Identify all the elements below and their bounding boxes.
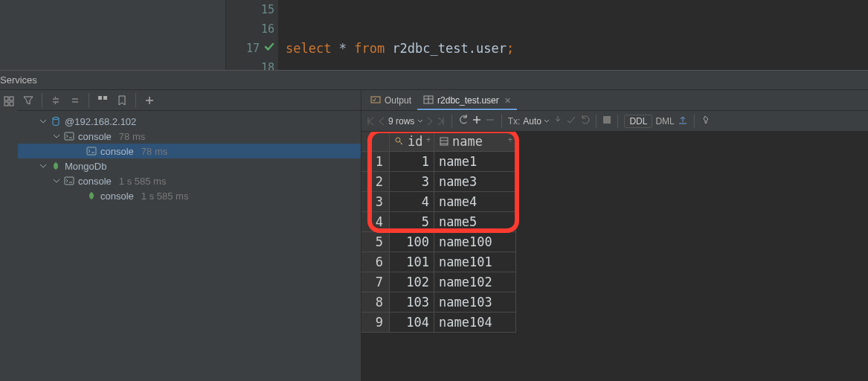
tx-auto-dropdown[interactable]: Auto (523, 116, 550, 127)
svg-rect-2 (4, 102, 8, 106)
tree-row[interactable]: @192.168.2.102 (18, 114, 361, 129)
editor-left-gutter-space (0, 0, 226, 70)
tree-row[interactable]: console1 s 585 ms (18, 173, 361, 188)
cell-id[interactable]: 102 (390, 272, 434, 292)
cell-name[interactable]: name1 (434, 152, 516, 172)
chevron-down-icon[interactable] (52, 176, 61, 187)
rollback-icon[interactable] (579, 115, 590, 127)
cell-name[interactable]: name4 (434, 192, 516, 212)
editor-code[interactable]: select * from r2dbc_test.user; (278, 0, 868, 70)
tree-row-label: console (78, 176, 112, 187)
row-number-header (361, 132, 390, 152)
bookmark-icon[interactable] (115, 93, 129, 108)
db-icon (51, 116, 62, 127)
svg-rect-6 (65, 132, 74, 140)
column-header-name[interactable]: name ÷ (434, 132, 516, 152)
cell-name[interactable]: name5 (434, 212, 516, 232)
dml-button[interactable]: DML (655, 116, 674, 127)
svg-rect-1 (10, 97, 13, 100)
tab-output[interactable]: Output (364, 92, 417, 110)
submit-icon[interactable] (566, 115, 576, 127)
ddl-button[interactable]: DDL (624, 115, 652, 128)
refresh-icon[interactable] (458, 115, 469, 127)
tree-row[interactable]: console78 ms (18, 144, 361, 159)
table-row[interactable]: 23name3 (361, 172, 516, 192)
svg-rect-4 (98, 96, 102, 100)
last-page-icon[interactable] (437, 117, 446, 126)
cell-id[interactable]: 3 (390, 172, 434, 192)
column-header-id[interactable]: id ÷ (390, 132, 434, 152)
svg-rect-8 (65, 177, 74, 185)
expand-all-icon[interactable] (48, 93, 63, 108)
row-number: 9 (361, 313, 390, 333)
row-number: 8 (361, 292, 390, 313)
cell-id[interactable]: 1 (390, 152, 434, 172)
row-number: 1 (361, 152, 390, 172)
add-row-icon[interactable] (472, 115, 482, 127)
add-icon[interactable] (142, 93, 157, 108)
rows-label[interactable]: 9 rows (388, 116, 423, 127)
prev-page-icon[interactable] (378, 117, 385, 126)
table-row[interactable]: 6101name101 (361, 252, 516, 272)
table-row[interactable]: 5100name100 (361, 232, 516, 252)
cell-name[interactable]: name100 (434, 232, 516, 252)
tree-row-time: 78 ms (119, 131, 145, 142)
commit-icon[interactable] (553, 115, 563, 127)
layout-icon[interactable] (4, 96, 14, 109)
chevron-down-icon[interactable] (39, 161, 48, 172)
cell-id[interactable]: 104 (390, 313, 434, 333)
table-row[interactable]: 8103name103 (361, 292, 516, 313)
cell-name[interactable]: name103 (434, 292, 516, 313)
table-row[interactable]: 9104name104 (361, 313, 516, 333)
result-tabs: Output r2dbc_test.user ✕ (361, 90, 868, 111)
table-icon (423, 95, 434, 107)
tx-label: Tx: (508, 116, 521, 127)
cell-id[interactable]: 101 (390, 252, 434, 272)
tree-row[interactable]: console1 s 585 ms (18, 188, 361, 203)
sql-statement[interactable]: select * from r2dbc_test.user; (278, 39, 868, 58)
svg-rect-7 (87, 147, 96, 155)
column-icon (439, 135, 449, 150)
cell-name[interactable]: name102 (434, 272, 516, 292)
collapse-all-icon[interactable] (68, 93, 83, 108)
tree-row[interactable]: MongoDb (18, 159, 361, 173)
stop-icon[interactable] (602, 115, 611, 127)
cell-name[interactable]: name101 (434, 252, 516, 272)
cell-id[interactable]: 100 (390, 232, 434, 252)
remove-row-icon[interactable] (485, 115, 495, 127)
cell-id[interactable]: 5 (390, 212, 434, 232)
next-page-icon[interactable] (426, 117, 434, 126)
editor-line-gutter: 15 16 17 18 (226, 0, 278, 70)
line-number: 15 (226, 0, 278, 19)
row-number: 4 (361, 212, 390, 232)
tab-table[interactable]: r2dbc_test.user ✕ (417, 92, 517, 110)
tab-table-label: r2dbc_test.user (437, 95, 499, 106)
tree-row-label: console (78, 131, 112, 142)
table-row[interactable]: 7102name102 (361, 272, 516, 292)
row-number: 7 (361, 272, 390, 292)
close-icon[interactable]: ✕ (504, 96, 511, 106)
cell-name[interactable]: name3 (434, 172, 516, 192)
filter-icon[interactable] (21, 93, 36, 108)
table-row[interactable]: 34name4 (361, 192, 516, 212)
chevron-down-icon[interactable] (52, 131, 61, 142)
key-icon (394, 135, 405, 150)
tree-row-time: 1 s 585 ms (119, 176, 167, 187)
tree-row[interactable]: console78 ms (18, 129, 361, 144)
table-row[interactable]: 45name5 (361, 212, 516, 232)
row-number: 5 (361, 232, 390, 252)
cell-id[interactable]: 4 (390, 192, 434, 212)
chevron-down-icon[interactable] (39, 116, 48, 127)
result-grid-toolbar: 9 rows Tx: Auto DDL DML (361, 111, 868, 132)
export-icon[interactable] (678, 115, 688, 127)
pin-icon[interactable] (701, 115, 711, 127)
grid-icon[interactable] (95, 93, 110, 108)
result-grid[interactable]: id ÷ name ÷ 11name123name334name445name5… (361, 132, 868, 381)
table-row[interactable]: 11name1 (361, 152, 516, 172)
svg-rect-0 (4, 97, 8, 100)
cell-name[interactable]: name104 (434, 313, 516, 333)
console-icon (64, 176, 75, 187)
first-page-icon[interactable] (366, 117, 375, 126)
cell-id[interactable]: 103 (390, 292, 434, 313)
services-tree[interactable]: @192.168.2.102console78 msconsole78 msMo… (18, 111, 361, 381)
